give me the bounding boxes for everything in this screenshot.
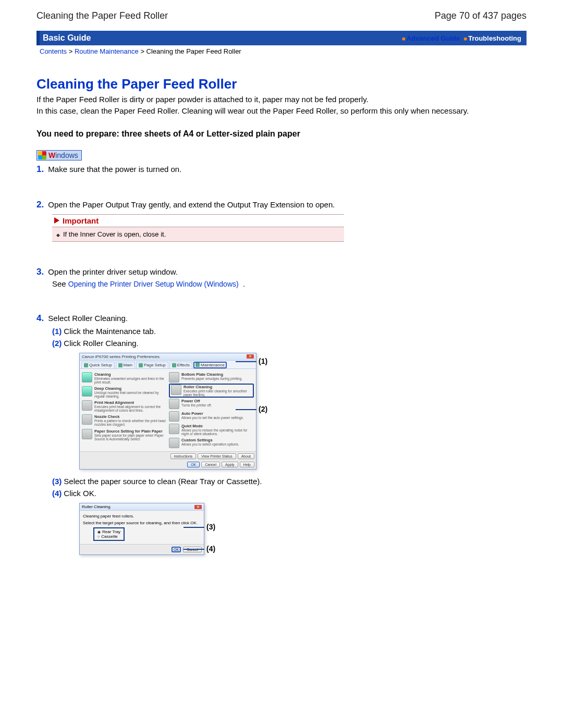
crumb-routine[interactable]: Routine Maintenance [75, 47, 139, 55]
guide-title: Basic Guide [43, 33, 91, 43]
square-icon: ■ [402, 35, 406, 42]
important-box: Important If the Inner Cover is open, cl… [52, 214, 344, 242]
substep-number: (3) [52, 477, 62, 486]
important-body: If the Inner Cover is open, close it. [52, 227, 344, 242]
page-topic: Cleaning the Paper Feed Roller [36, 10, 168, 21]
instructions-button[interactable]: Instructions [170, 453, 197, 459]
step-number: 1. [36, 164, 44, 174]
callout-3: (3) [206, 523, 215, 531]
auto-power-icon [169, 411, 179, 422]
dialog-tabs: Quick Setup Main Page Setup Effects Main… [80, 361, 256, 369]
step-3-text: Open the printer driver setup window. [48, 267, 177, 276]
close-icon[interactable]: ✕ [194, 505, 202, 509]
step-number: 2. [36, 200, 44, 209]
tab-page-setup[interactable]: Page Setup [136, 362, 168, 368]
prepare-heading: You need to prepare: three sheets of A4 … [36, 129, 527, 139]
list-item[interactable]: CleaningEliminates unwanted smudges and … [82, 371, 167, 385]
troubleshooting-link[interactable]: Troubleshooting [468, 34, 521, 42]
tab-icon [84, 363, 88, 367]
substep-3: Select the paper source to clean (Rear T… [64, 477, 262, 486]
substep-number: (2) [52, 339, 62, 348]
dialog2-prompt: Select the target paper source for clean… [83, 521, 201, 525]
ok-button[interactable]: OK [187, 462, 200, 467]
tab-main[interactable]: Main [116, 362, 135, 368]
tab-quick-setup[interactable]: Quick Setup [81, 362, 115, 368]
windows-flag-icon [38, 151, 46, 159]
advanced-guide-link[interactable]: Advanced Guide [407, 34, 460, 42]
crumb-current: Cleaning the Paper Feed Roller [146, 47, 241, 55]
tab-effects[interactable]: Effects [169, 362, 192, 368]
radio-rear-tray[interactable]: Rear Tray [97, 529, 120, 534]
step-1-text: Make sure that the power is turned on. [48, 165, 181, 174]
preferences-dialog: Canon iP6700 series Printing Preferences… [79, 353, 256, 470]
step-number: 4. [36, 313, 44, 323]
list-item[interactable]: Bottom Plate CleaningPrevents paper smud… [169, 371, 254, 384]
step-2-text: Open the Paper Output Tray gently, and e… [48, 200, 335, 209]
cancel-button[interactable]: Cancel [201, 462, 220, 467]
roller-cleaning-dialog: Roller Cleaning ✕ Cleaning paper feed ro… [79, 503, 204, 555]
list-item[interactable]: Nozzle CheckPrints a pattern to check wh… [82, 413, 167, 427]
step-number: 3. [36, 267, 44, 277]
square-icon: ■ [464, 35, 468, 42]
bottom-plate-icon [169, 372, 179, 382]
substep-number: (4) [52, 489, 62, 498]
tab-icon [172, 363, 176, 367]
dialog2-title: Roller Cleaning [82, 504, 111, 509]
roller-icon [171, 385, 181, 395]
dialog2-heading: Cleaning paper feed rollers. [83, 514, 201, 519]
substep-1: Click the Maintenance tab. [64, 327, 156, 336]
ok-button[interactable]: OK [172, 547, 181, 552]
custom-settings-icon [169, 438, 179, 448]
power-off-icon [169, 399, 179, 409]
tab-maintenance[interactable]: Maintenance [193, 362, 227, 368]
radio-cassette[interactable]: Cassette [97, 534, 120, 539]
nozzle-icon [82, 414, 92, 425]
callout-4: (4) [206, 545, 215, 553]
apply-button[interactable]: Apply [222, 462, 238, 467]
tab-icon [118, 363, 123, 367]
crumb-contents[interactable]: Contents [40, 47, 67, 55]
paper-source-icon [82, 429, 92, 439]
paper-source-radio-group[interactable]: Rear Tray Cassette [93, 527, 125, 541]
page-indicator: Page 70 of 437 pages [435, 10, 527, 21]
callout-1: (1) [259, 357, 267, 365]
intro-text-1: If the Paper Feed Roller is dirty or pap… [36, 94, 527, 105]
dialog-title: Canon iP6700 series Printing Preferences [82, 354, 160, 359]
list-item[interactable]: Power OffTurns the printer off. [169, 398, 254, 410]
tab-icon [195, 363, 200, 367]
page-title: Cleaning the Paper Feed Roller [36, 76, 527, 92]
tab-icon [139, 363, 143, 367]
quiet-mode-icon [169, 424, 179, 434]
guide-bar: Basic Guide ■Advanced Guide ■Troubleshoo… [36, 31, 527, 45]
help-button[interactable]: Help [240, 462, 254, 467]
substep-4: Click OK. [64, 489, 96, 498]
list-item[interactable]: Paper Source Setting for Plain PaperSets… [82, 428, 167, 442]
list-item[interactable]: Print Head AlignmentExecutes print head … [82, 399, 167, 413]
see-label: See [52, 279, 68, 288]
roller-cleaning-item[interactable]: Roller CleaningExecutes print roller cle… [169, 384, 254, 398]
triangle-icon [54, 217, 59, 224]
callout-2: (2) [259, 405, 267, 413]
substep-number: (1) [52, 327, 62, 336]
view-status-button[interactable]: View Printer Status [198, 453, 236, 459]
intro-text-2: In this case, clean the Paper Feed Rolle… [36, 106, 527, 116]
substep-2: Click Roller Cleaning. [64, 339, 138, 348]
list-item[interactable]: Quiet ModeAllows you to reduce the opera… [169, 423, 254, 437]
list-item[interactable]: Deep CleaningUnclogs nozzles that cannot… [82, 385, 167, 399]
driver-setup-link[interactable]: Opening the Printer Driver Setup Window … [68, 280, 239, 288]
alignment-icon [82, 400, 92, 411]
list-item[interactable]: Custom SettingsAllows you to select oper… [169, 437, 254, 449]
about-button[interactable]: About [238, 453, 254, 459]
breadcrumb: Contents > Routine Maintenance > Cleanin… [36, 45, 527, 55]
list-item[interactable]: Auto PowerAllows you to set the auto pow… [169, 410, 254, 423]
windows-badge: Windows [36, 150, 82, 161]
cleaning-icon [82, 372, 92, 382]
step-4-text: Select Roller Cleaning. [48, 314, 128, 323]
important-label: Important [63, 216, 99, 225]
close-icon[interactable]: ✕ [247, 354, 254, 359]
deep-cleaning-icon [82, 386, 92, 397]
